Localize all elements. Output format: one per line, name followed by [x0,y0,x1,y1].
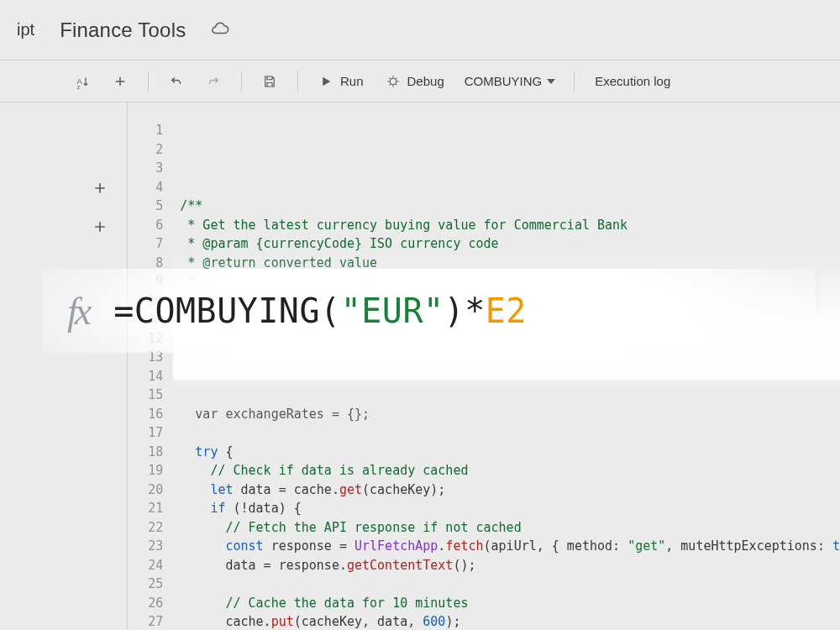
header-bar: ipt Finance Tools [0,0,840,60]
code-area[interactable]: /** * Get the latest currency buying val… [173,102,840,630]
line-number: 27 [128,612,163,630]
line-number: 17 [128,423,163,443]
formula-text: = COMBUYING ( "EUR" ) * E2 [113,291,527,330]
left-rail [0,102,128,630]
undo-button[interactable] [160,69,192,94]
code-line[interactable]: // Fetch the API response if not cached [180,518,840,538]
rail-add-button-1[interactable] [88,176,112,200]
line-number: 1 [128,121,163,140]
line-number: 19 [128,461,163,480]
execution-log-label: Execution log [595,74,670,88]
code-line[interactable]: cache.put(cacheKey, data, 600); [180,612,840,630]
separator [148,71,149,92]
breadcrumb-fragment: ipt [17,20,34,39]
save-button[interactable] [254,69,286,94]
code-line[interactable]: if (!data) { [180,499,840,518]
add-file-button[interactable] [104,69,136,94]
line-number: 23 [128,537,163,556]
line-number: 15 [128,386,163,405]
line-number: 6 [128,216,163,235]
code-line[interactable]: try { [180,443,840,462]
formula-spotlight: fx = COMBUYING ( "EUR" ) * E2 [42,269,815,353]
line-number: 22 [128,518,163,538]
svg-point-2 [390,78,396,85]
line-number: 2 [128,140,163,160]
editor-toolbar: AZ Run Debug COMBUYING Execution log [0,60,840,102]
code-line[interactable]: let data = cache.get(cacheKey); [180,480,840,500]
code-line[interactable]: data = response.getContentText(); [180,556,840,575]
line-number: 21 [128,499,163,518]
line-number: 16 [128,405,163,424]
chevron-down-icon [547,79,555,84]
execution-log-button[interactable]: Execution log [586,69,679,93]
debug-button[interactable]: Debug [377,69,453,94]
line-number-gutter: 1234567891011121314151617181920212223242… [128,102,173,630]
line-number: 4 [128,178,163,197]
fx-icon: fx [67,289,88,333]
code-line[interactable] [180,423,840,443]
line-number: 24 [128,556,163,575]
line-number: 14 [128,367,163,386]
line-number: 26 [128,594,163,613]
line-number: 5 [128,197,163,216]
code-line[interactable]: // Check if data is already cached [180,461,840,480]
rail-add-button-2[interactable] [88,215,112,239]
code-line[interactable]: /** [180,197,840,216]
line-number: 20 [128,480,163,500]
run-label: Run [340,74,364,88]
function-selector-value: COMBUYING [465,74,543,88]
sort-az-button[interactable]: AZ [67,69,99,94]
code-line[interactable]: * @param {currencyCode} ISO currency cod… [180,234,840,254]
code-line[interactable] [180,367,840,386]
line-number: 18 [128,443,163,462]
separator [574,71,575,92]
code-line[interactable]: * Get the latest currency buying value f… [180,216,840,235]
code-editor[interactable]: 1234567891011121314151617181920212223242… [128,102,840,630]
code-line[interactable] [180,575,840,594]
code-line[interactable] [180,386,840,405]
line-number: 25 [128,575,163,594]
code-line[interactable]: const response = UrlFetchApp.fetch(apiUr… [180,537,840,556]
separator [241,71,242,92]
redo-button[interactable] [197,69,229,94]
line-number: 3 [128,159,163,178]
code-line[interactable]: // Cache the data for 10 minutes [180,594,840,613]
debug-label: Debug [407,74,444,88]
line-number: 7 [128,234,163,254]
cloud-save-icon[interactable] [211,19,229,41]
separator [297,71,298,92]
project-title[interactable]: Finance Tools [60,18,186,42]
function-selector[interactable]: COMBUYING [458,69,563,93]
code-line[interactable]: var exchangeRates = {}; [180,405,840,424]
svg-text:Z: Z [77,85,81,89]
run-button[interactable]: Run [310,69,372,94]
